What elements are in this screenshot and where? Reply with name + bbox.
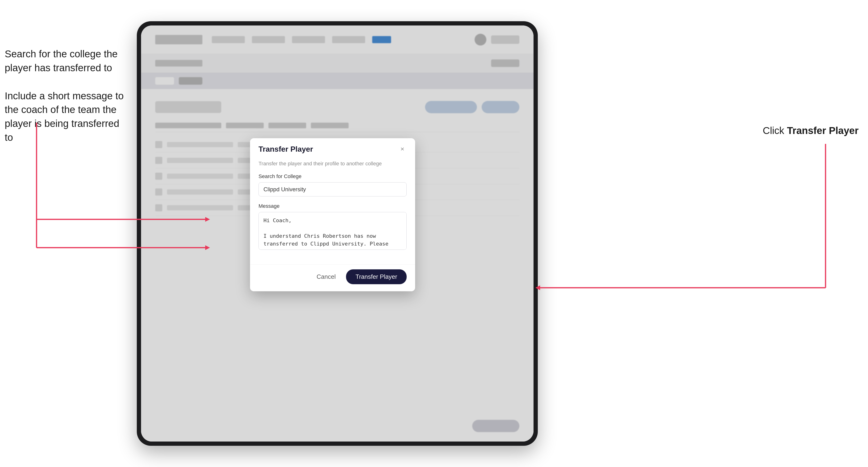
annotation-right: Click Transfer Player <box>763 125 859 136</box>
modal-overlay: Transfer Player × Transfer the player an… <box>141 26 533 441</box>
message-textarea[interactable] <box>258 212 407 250</box>
ipad-screen: Transfer Player × Transfer the player an… <box>141 26 533 441</box>
annotation-search-text: Search for the college the player has tr… <box>5 47 127 75</box>
annotation-left: Search for the college the player has tr… <box>5 47 127 159</box>
modal-header: Transfer Player × <box>250 138 415 158</box>
search-college-label: Search for College <box>258 173 407 180</box>
cancel-button[interactable]: Cancel <box>311 270 341 284</box>
search-college-group: Search for College <box>258 173 407 196</box>
ipad-device: Transfer Player × Transfer the player an… <box>137 21 538 446</box>
message-group: Message <box>258 203 407 251</box>
transfer-player-modal: Transfer Player × Transfer the player an… <box>250 138 415 291</box>
search-college-input[interactable] <box>258 182 407 196</box>
annotation-message-text: Include a short message to the coach of … <box>5 89 127 145</box>
transfer-player-button[interactable]: Transfer Player <box>346 269 407 284</box>
message-label: Message <box>258 203 407 209</box>
modal-footer: Cancel Transfer Player <box>250 264 415 291</box>
modal-body: Transfer the player and their profile to… <box>250 158 415 264</box>
annotation-transfer-label: Transfer Player <box>787 125 859 136</box>
modal-description: Transfer the player and their profile to… <box>258 161 407 167</box>
modal-title: Transfer Player <box>258 145 313 154</box>
modal-close-button[interactable]: × <box>398 145 407 153</box>
